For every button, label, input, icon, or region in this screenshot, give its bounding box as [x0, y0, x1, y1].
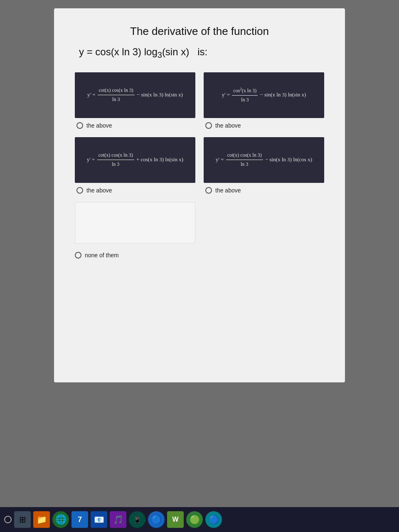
taskbar-folder-icon[interactable]: 📁	[33, 511, 50, 528]
option-c-text: the above	[86, 187, 112, 194]
option-b-radio[interactable]	[205, 122, 212, 129]
option-a-text: the above	[86, 122, 112, 129]
none-option-text: none of them	[85, 252, 119, 259]
option-d-radio[interactable]	[205, 187, 212, 194]
option-a-formula: y' = cot(x) cos(x ln 3) ln 3 − sin(x ln …	[87, 86, 183, 104]
taskbar-start-circle[interactable]	[4, 516, 12, 523]
option-b-label[interactable]: the above	[205, 122, 241, 129]
option-b-text: the above	[215, 122, 241, 129]
option-d-label[interactable]: the above	[205, 187, 241, 194]
option-a-radio[interactable]	[76, 122, 83, 129]
taskbar-media-icon[interactable]: 🎵	[110, 511, 126, 528]
option-d-formula-box: y' = cot(x) cos(x ln 3) ln 3 − sin(x ln …	[204, 137, 324, 183]
taskbar-phone-icon[interactable]: 📱	[129, 511, 145, 528]
option-b-formula-box: y' = cos2(x ln 3) ln 3 − sin(x ln 3) ln(…	[204, 72, 324, 118]
option-c-label[interactable]: the above	[76, 187, 112, 194]
option-c-radio[interactable]	[76, 187, 83, 194]
taskbar-app4-icon[interactable]: 🔵	[205, 511, 222, 528]
option-c-formula: y' = cot(x) cos(x ln 3) ln 3 + cos(x ln …	[87, 151, 183, 169]
option-b-formula: y' = cos2(x ln 3) ln 3 − sin(x ln 3) ln(…	[222, 86, 306, 105]
option-a-cell: y' = cot(x) cos(x ln 3) ln 3 − sin(x ln …	[75, 72, 195, 129]
option-a-formula-box: y' = cot(x) cos(x ln 3) ln 3 − sin(x ln …	[75, 72, 195, 118]
option-d-text: the above	[215, 187, 241, 194]
option-d-formula: y' = cot(x) cos(x ln 3) ln 3 − sin(x ln …	[216, 151, 312, 169]
none-option-radio[interactable]	[75, 252, 81, 259]
taskbar-app1-icon[interactable]: 🔵	[148, 511, 165, 528]
option-c-formula-box: y' = cot(x) cos(x ln 3) ln 3 + cos(x ln …	[75, 137, 195, 183]
equation-display: y = cos(x ln 3) log3(sin x) is:	[75, 46, 324, 60]
question-card: The derivative of the function y = cos(x…	[54, 8, 345, 382]
taskbar-app2-icon[interactable]: W	[167, 511, 184, 528]
taskbar-browser-icon[interactable]: 🌐	[52, 511, 69, 528]
option-c-cell: y' = cot(x) cos(x ln 3) ln 3 + cos(x ln …	[75, 137, 195, 194]
option-b-cell: y' = cos2(x ln 3) ln 3 − sin(x ln 3) ln(…	[204, 72, 324, 129]
taskbar-mail-icon[interactable]: 📧	[91, 511, 107, 528]
taskbar-windows-icon[interactable]: ⊞	[14, 511, 31, 528]
page-title: The derivative of the function	[75, 25, 324, 38]
empty-box	[75, 202, 195, 244]
none-option-label[interactable]: none of them	[75, 252, 324, 259]
taskbar: ⊞ 📁 🌐 7 📧 🎵 📱 🔵 W 🟢 🔵	[0, 507, 399, 532]
screen: The derivative of the function y = cos(x…	[0, 0, 399, 532]
options-grid: y' = cot(x) cos(x ln 3) ln 3 − sin(x ln …	[75, 72, 324, 194]
taskbar-7-icon[interactable]: 7	[71, 511, 88, 528]
option-a-label[interactable]: the above	[76, 122, 112, 129]
taskbar-app3-icon[interactable]: 🟢	[186, 511, 203, 528]
option-d-cell: y' = cot(x) cos(x ln 3) ln 3 − sin(x ln …	[204, 137, 324, 194]
